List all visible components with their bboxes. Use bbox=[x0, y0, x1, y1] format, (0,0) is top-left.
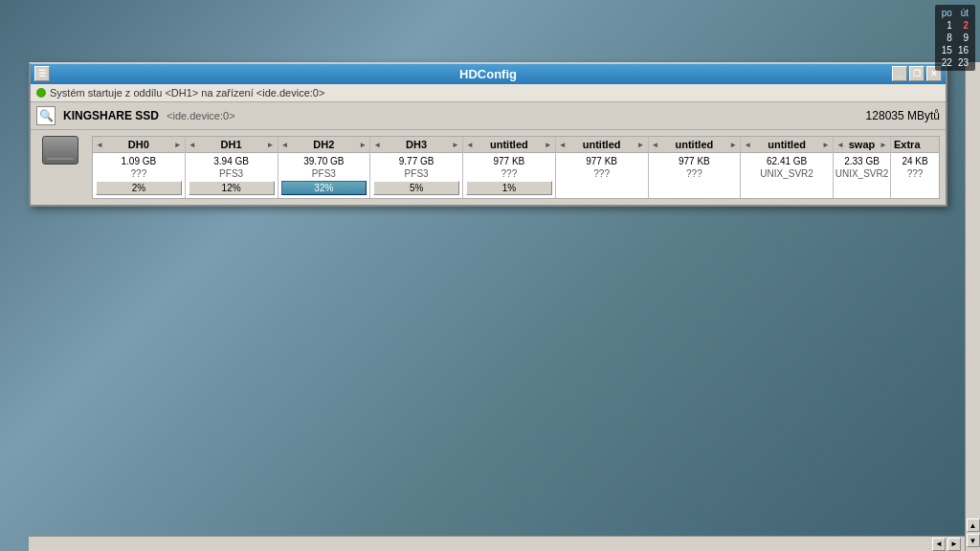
partition-untitled-3: ◄ untitled ► 977 KB ??? bbox=[649, 137, 742, 198]
right-arrow-icon: ► bbox=[729, 141, 737, 149]
search-icon[interactable]: 🔍 bbox=[36, 106, 56, 125]
partition-dh0-fs: ??? bbox=[131, 168, 147, 179]
partition-swap: ◄ swap ► 2.33 GB UNIX_SVR2 bbox=[834, 137, 891, 198]
calendar-day: 22 bbox=[939, 56, 955, 69]
partition-untitled-2-fs: ??? bbox=[593, 168, 610, 179]
calendar-day: 16 bbox=[955, 44, 971, 56]
partition-untitled-2-size: 977 KB bbox=[586, 156, 617, 166]
partition-untitled-4-name: untitled bbox=[768, 139, 806, 150]
drive-device: <ide.device:0> bbox=[167, 110, 235, 121]
title-bar: ☰ HDConfig _ ❐ ✕ bbox=[31, 64, 946, 84]
partition-untitled-1-body: 977 KB ??? 1% bbox=[463, 153, 555, 198]
partition-area: ◄ DH0 ► 1.09 GB ??? 2% ◄ DH1 ► 3.9 bbox=[31, 130, 946, 205]
partition-dh2-fs: PFS3 bbox=[312, 168, 336, 179]
hd-icon-body bbox=[42, 136, 78, 165]
partition-untitled-1: ◄ untitled ► 977 KB ??? 1% bbox=[463, 137, 556, 198]
calendar-widget: po út 1 2 8 9 15 16 22 23 bbox=[935, 5, 975, 71]
partition-dh0-name: DH0 bbox=[128, 139, 149, 150]
scroll-up-button[interactable]: ▲ bbox=[967, 518, 980, 532]
partition-extra-name: Extra bbox=[894, 139, 921, 150]
scroll-right-button[interactable]: ► bbox=[947, 538, 961, 551]
partition-untitled-2: ◄ untitled ► 977 KB ??? bbox=[556, 137, 649, 198]
drive-info-bar: 🔍 KINGSHARE SSD <ide.device:0> 128035 MB… bbox=[31, 102, 946, 130]
right-arrow-icon: ► bbox=[637, 141, 645, 149]
calendar-header-po: po bbox=[939, 7, 955, 19]
partition-untitled-3-fs: ??? bbox=[686, 168, 702, 179]
left-arrow-icon: ◄ bbox=[466, 141, 474, 149]
partition-dh1-name: DH1 bbox=[221, 139, 242, 150]
partition-dh0-pct[interactable]: 2% bbox=[96, 181, 182, 195]
horizontal-scrollbar: ◄ ► bbox=[29, 536, 965, 551]
partition-dh3: ◄ DH3 ► 9.77 GB PFS3 5% bbox=[370, 137, 463, 198]
partition-untitled-3-header: ◄ untitled ► bbox=[649, 137, 741, 153]
left-arrow-icon: ◄ bbox=[373, 141, 381, 149]
calendar-header-ut: út bbox=[955, 7, 971, 19]
partition-untitled-4-body: 62.41 GB UNIX_SVR2 bbox=[741, 153, 833, 182]
partition-untitled-1-fs: ??? bbox=[501, 168, 518, 179]
calendar-day: 1 bbox=[939, 19, 955, 32]
right-arrow-icon: ► bbox=[267, 141, 275, 149]
calendar-day: 15 bbox=[939, 44, 955, 56]
right-arrow-icon: ► bbox=[880, 141, 887, 149]
partition-dh2: ◄ DH2 ► 39.70 GB PFS3 32% bbox=[278, 137, 371, 198]
partition-untitled-1-size: 977 KB bbox=[493, 156, 524, 166]
partition-untitled-1-name: untitled bbox=[490, 139, 528, 150]
right-arrow-icon: ► bbox=[174, 141, 182, 149]
partition-extra-body: 24 KB ??? bbox=[891, 153, 939, 182]
title-bar-menu: ☰ bbox=[34, 66, 50, 81]
partition-swap-size: 2.33 GB bbox=[844, 156, 880, 166]
left-arrow-icon: ◄ bbox=[281, 141, 289, 149]
window-title: HDConfig bbox=[459, 67, 517, 81]
partition-dh0-body: 1.09 GB ??? 2% bbox=[93, 153, 185, 198]
scroll-left-button[interactable]: ◄ bbox=[932, 538, 946, 551]
partition-untitled-4-size: 62.41 GB bbox=[767, 156, 807, 166]
partition-untitled-2-header: ◄ untitled ► bbox=[556, 137, 648, 153]
partition-untitled-1-pct[interactable]: 1% bbox=[466, 181, 552, 195]
right-arrow-icon: ► bbox=[822, 141, 830, 149]
right-arrow-icon: ► bbox=[452, 141, 459, 149]
partition-untitled-3-size: 977 KB bbox=[679, 156, 710, 166]
partition-dh2-pct[interactable]: 32% bbox=[281, 181, 368, 195]
partition-swap-name: swap bbox=[849, 139, 876, 150]
right-arrow-icon: ► bbox=[359, 141, 367, 149]
calendar-day: 9 bbox=[955, 32, 971, 44]
restore-button[interactable]: ❐ bbox=[909, 66, 924, 81]
window-menu-button[interactable]: ☰ bbox=[34, 66, 50, 81]
left-arrow-icon: ◄ bbox=[189, 141, 196, 149]
partition-untitled-3-name: untitled bbox=[676, 139, 714, 150]
partition-dh3-header: ◄ DH3 ► bbox=[370, 137, 462, 153]
partition-dh1-pct[interactable]: 12% bbox=[189, 181, 275, 195]
minimize-button[interactable]: _ bbox=[892, 66, 907, 81]
partition-untitled-2-body: 977 KB ??? bbox=[556, 153, 648, 182]
left-arrow-icon: ◄ bbox=[652, 141, 659, 149]
calendar-today: 2 bbox=[955, 19, 971, 32]
partitions-container: ◄ DH0 ► 1.09 GB ??? 2% ◄ DH1 ► 3.9 bbox=[92, 136, 940, 199]
partition-dh1-header: ◄ DH1 ► bbox=[186, 137, 278, 153]
partition-dh3-size: 9.77 GB bbox=[399, 156, 434, 166]
partition-dh1: ◄ DH1 ► 3.94 GB PFS3 12% bbox=[186, 137, 278, 198]
status-text: Systém startuje z oddílu <DH1> na zaříze… bbox=[50, 87, 324, 99]
partition-dh3-pct[interactable]: 5% bbox=[373, 181, 459, 195]
status-bar: Systém startuje z oddílu <DH1> na zaříze… bbox=[31, 84, 946, 102]
partition-dh0: ◄ DH0 ► 1.09 GB ??? 2% bbox=[93, 137, 186, 198]
scroll-down-button[interactable]: ▼ bbox=[967, 534, 980, 547]
status-icon bbox=[36, 88, 46, 98]
partition-extra: Extra 24 KB ??? bbox=[891, 137, 939, 198]
partition-extra-size: 24 KB bbox=[902, 156, 927, 166]
left-arrow-icon: ◄ bbox=[96, 141, 103, 149]
partition-dh2-header: ◄ DH2 ► bbox=[278, 137, 370, 153]
left-arrow-icon: ◄ bbox=[559, 141, 567, 149]
partition-dh2-size: 39.70 GB bbox=[303, 156, 344, 166]
partition-dh3-body: 9.77 GB PFS3 5% bbox=[370, 153, 462, 198]
partition-dh0-size: 1.09 GB bbox=[122, 156, 157, 166]
vertical-scrollbar: ▲ ▼ bbox=[965, 62, 980, 551]
partition-dh1-size: 3.94 GB bbox=[213, 156, 249, 166]
drive-name: KINGSHARE SSD bbox=[63, 109, 159, 122]
partition-dh3-fs: PFS3 bbox=[405, 168, 429, 179]
partition-swap-fs: UNIX_SVR2 bbox=[835, 168, 889, 179]
calendar-day: 8 bbox=[939, 32, 955, 44]
partition-extra-header: Extra bbox=[891, 137, 939, 153]
partition-dh3-name: DH3 bbox=[406, 139, 427, 150]
total-size: 128035 MBytů bbox=[866, 109, 940, 122]
partition-extra-fs: ??? bbox=[907, 168, 924, 179]
